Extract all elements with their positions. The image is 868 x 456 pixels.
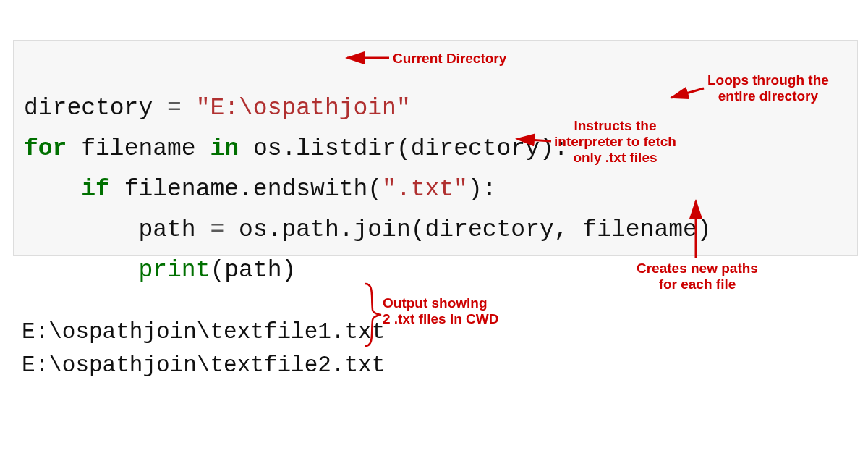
brace-icon [364,282,383,347]
arrow-icon [671,88,704,98]
arrows-layer [0,0,868,456]
arrow-icon [517,139,551,141]
